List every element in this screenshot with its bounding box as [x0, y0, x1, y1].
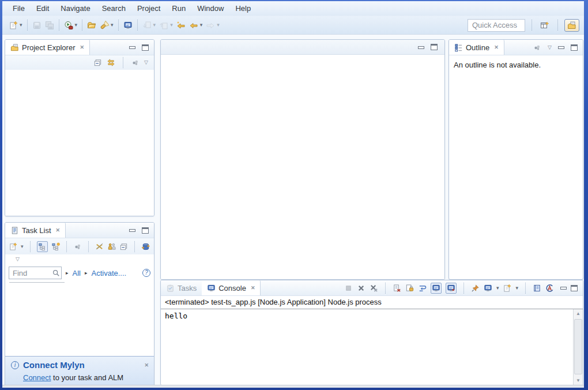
minimize-button[interactable]	[560, 287, 567, 290]
help-icon[interactable]: ?	[142, 269, 150, 277]
all-link[interactable]: All	[73, 269, 81, 278]
terminate-icon[interactable]	[344, 284, 353, 292]
console-toolbar: ▾ ▾	[344, 280, 583, 295]
save-all-button[interactable]	[43, 20, 56, 31]
task-list-content[interactable]	[5, 283, 154, 355]
clear-console-icon[interactable]	[393, 284, 401, 292]
open-console-icon[interactable]	[503, 284, 511, 292]
menu-item-navigate[interactable]: Navigate	[55, 2, 96, 14]
scroll-down-icon[interactable]: ▼	[574, 376, 583, 385]
categorized-view-button[interactable]	[37, 241, 48, 252]
menu-dots-icon[interactable]	[533, 43, 541, 52]
ansi-console-icon[interactable]	[545, 284, 554, 292]
next-annotation-button[interactable]: ▾	[141, 20, 158, 31]
pin-console-icon[interactable]	[471, 284, 480, 292]
open-log-icon[interactable]	[533, 284, 541, 292]
remove-all-terminated-icon[interactable]	[370, 284, 378, 292]
outline-header: Outline ✕ ▽	[449, 40, 583, 55]
run-button[interactable]: ▾	[62, 20, 80, 31]
chevron-down-icon[interactable]: ▾	[200, 22, 203, 28]
last-edit-location-button[interactable]	[175, 20, 187, 31]
tab-task-list[interactable]: Task List ✕	[5, 223, 66, 238]
close-icon[interactable]: ✕	[56, 227, 61, 233]
close-icon[interactable]: ✕	[144, 362, 149, 368]
open-console-button[interactable]	[122, 20, 134, 31]
view-menu-icon[interactable]: ▽	[548, 45, 552, 50]
menu-item-search[interactable]: Search	[96, 2, 131, 14]
save-button[interactable]	[31, 20, 43, 31]
link-with-editor-icon[interactable]	[107, 58, 115, 67]
chevron-down-icon[interactable]: ▾	[217, 22, 220, 28]
menu-dots-icon[interactable]	[73, 242, 82, 251]
resource-perspective-button[interactable]	[564, 19, 579, 32]
new-wizard-button[interactable]: ▾	[7, 20, 24, 31]
chevron-down-icon[interactable]: ▾	[170, 22, 173, 28]
scroll-up-icon[interactable]: ▲	[574, 309, 583, 318]
scheduled-view-icon[interactable]	[51, 242, 60, 251]
close-icon[interactable]: ✕	[494, 44, 499, 50]
menu-dots-icon[interactable]	[131, 58, 140, 67]
minimize-button[interactable]	[558, 46, 564, 49]
connect-link[interactable]: Connect	[23, 373, 51, 382]
forward-button[interactable]: ▾	[204, 20, 221, 31]
chevron-down-icon[interactable]: ▾	[75, 22, 78, 28]
remove-launch-icon[interactable]	[357, 284, 365, 292]
hide-completed-icon[interactable]	[95, 242, 104, 251]
previous-annotation-button[interactable]: ▾	[157, 20, 175, 31]
console-scrollbar[interactable]: ▲ ▼	[573, 309, 583, 385]
view-menu-icon[interactable]: ▽	[144, 60, 148, 65]
menu-bar: File Edit Navigate Search Project Run Wi…	[2, 1, 584, 16]
maximize-button[interactable]	[431, 44, 438, 50]
expander-arrow-icon[interactable]: ▸	[66, 270, 69, 276]
chevron-down-icon[interactable]: ▾	[111, 22, 114, 28]
minimize-button[interactable]	[129, 229, 135, 232]
tab-tasks[interactable]: Tasks	[161, 280, 202, 295]
search-icon[interactable]	[52, 269, 60, 277]
maximize-button[interactable]	[142, 44, 149, 51]
show-on-stdout-button[interactable]	[431, 283, 442, 294]
menu-item-window[interactable]: Window	[191, 2, 229, 14]
focus-on-workweek-icon[interactable]	[107, 242, 116, 251]
editor-empty-area[interactable]	[161, 55, 444, 279]
minimize-button[interactable]	[129, 46, 135, 49]
tab-outline[interactable]: Outline ✕	[449, 40, 504, 55]
menu-item-project[interactable]: Project	[131, 2, 166, 14]
open-perspective-button[interactable]	[538, 20, 551, 31]
chevron-down-icon[interactable]: ▾	[21, 244, 24, 249]
menu-item-help[interactable]: Help	[229, 2, 257, 14]
scrollbar-thumb[interactable]	[574, 319, 582, 374]
minimize-button[interactable]	[418, 46, 424, 49]
new-task-icon[interactable]	[9, 242, 17, 251]
menu-item-run[interactable]: Run	[166, 2, 191, 14]
open-task-button[interactable]	[85, 20, 98, 31]
collapse-all-icon[interactable]	[119, 242, 128, 251]
word-wrap-icon[interactable]	[418, 284, 427, 292]
chevron-down-icon[interactable]: ▾	[515, 286, 518, 291]
display-console-icon[interactable]	[484, 284, 492, 292]
view-menu-icon[interactable]: ▽	[16, 257, 20, 262]
menu-item-file[interactable]: File	[7, 2, 31, 14]
maximize-button[interactable]	[571, 44, 578, 51]
close-icon[interactable]: ✕	[251, 285, 255, 291]
activate-link[interactable]: Activate....	[92, 269, 127, 278]
scroll-lock-icon[interactable]	[405, 284, 414, 292]
chevron-down-icon[interactable]: ▾	[496, 286, 499, 291]
close-icon[interactable]: ✕	[80, 44, 84, 50]
tab-project-explorer[interactable]: Project Explorer ✕	[5, 40, 90, 55]
quick-access-input[interactable]	[468, 19, 525, 32]
synchronize-icon[interactable]	[141, 242, 150, 251]
tab-console[interactable]: Console ✕	[202, 280, 261, 295]
chevron-down-icon[interactable]: ▾	[153, 22, 156, 28]
collapse-all-icon[interactable]	[93, 58, 102, 67]
menu-item-edit[interactable]: Edit	[31, 2, 55, 14]
editor-area-panel	[160, 39, 445, 280]
project-explorer-tree[interactable]	[5, 70, 154, 216]
expander-arrow-icon[interactable]: ▸	[85, 270, 88, 276]
maximize-button[interactable]	[142, 227, 149, 234]
show-on-stderr-button[interactable]	[446, 283, 457, 294]
maximize-button[interactable]	[571, 285, 578, 291]
chevron-down-icon[interactable]: ▾	[20, 22, 22, 28]
search-button[interactable]: ▾	[98, 20, 115, 31]
back-button[interactable]: ▾	[187, 20, 205, 31]
console-output-area[interactable]: hello ▲ ▼	[161, 309, 583, 385]
